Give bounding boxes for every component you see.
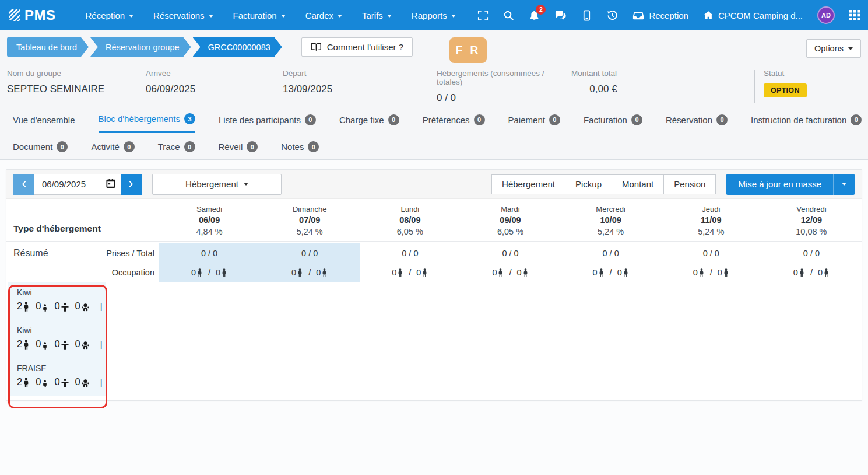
prises-cell: 0 / 0 bbox=[561, 243, 661, 263]
view-pension-button[interactable]: Pension bbox=[663, 174, 716, 194]
tab-count-badge: 0 bbox=[716, 114, 728, 125]
view-montant-button[interactable]: Montant bbox=[612, 174, 664, 194]
day-header: Samedi06/094,84 % bbox=[159, 205, 259, 241]
day-header: Lundi08/096,05 % bbox=[360, 205, 460, 241]
child-icon bbox=[41, 378, 48, 387]
status-badge: OPTION bbox=[764, 83, 807, 97]
options-button[interactable]: Options bbox=[806, 39, 861, 58]
person-icon bbox=[698, 268, 705, 277]
tab-bloc-dhebergements[interactable]: Bloc d'hébergements3 bbox=[99, 113, 195, 133]
accommodation-type-kiwi[interactable]: Kiwi 2 0 0 0 | bbox=[8, 282, 106, 320]
view-pickup-button[interactable]: Pickup bbox=[565, 174, 612, 194]
property-selector[interactable]: CPCOM Camping d... bbox=[703, 11, 803, 20]
messages-icon[interactable] bbox=[554, 10, 567, 21]
date-navigator bbox=[13, 174, 142, 195]
user-avatar[interactable]: AD bbox=[817, 6, 835, 24]
view-hebergement-button[interactable]: Hébergement bbox=[491, 174, 565, 194]
occupation-cell: 0/0 bbox=[460, 263, 560, 282]
apps-grid-icon[interactable] bbox=[849, 10, 860, 20]
tab-count-badge: 3 bbox=[184, 113, 195, 124]
tab-activite[interactable]: Activité0 bbox=[91, 141, 134, 159]
how-to-use-button[interactable]: Comment l'utiliser ? bbox=[301, 37, 413, 57]
tab-reveil[interactable]: Réveil0 bbox=[219, 141, 258, 159]
tab-count-badge: 0 bbox=[474, 114, 485, 125]
toddler-icon bbox=[61, 302, 69, 312]
toddler-icon bbox=[61, 378, 69, 387]
adult-icon bbox=[23, 340, 30, 350]
home-icon bbox=[703, 11, 714, 20]
calendar-icon[interactable] bbox=[106, 179, 116, 188]
tab-document[interactable]: Document0 bbox=[13, 141, 68, 159]
tab-preferences[interactable]: Préférences0 bbox=[423, 113, 485, 133]
menu-cardex[interactable]: Cardex bbox=[305, 11, 342, 20]
fullscreen-icon[interactable] bbox=[477, 10, 489, 21]
page-header: Tableau de bord Réservation groupe GRCC0… bbox=[0, 30, 868, 160]
separator: | bbox=[100, 339, 103, 349]
person-icon bbox=[723, 268, 729, 277]
accommodation-type-fraise[interactable]: FRAISE 2 0 0 0 | bbox=[8, 358, 106, 396]
notifications-bell-icon[interactable]: 2 bbox=[529, 10, 540, 21]
menu-facturation[interactable]: Facturation bbox=[233, 11, 286, 20]
child-icon bbox=[41, 340, 48, 350]
station-selector[interactable]: Reception bbox=[632, 11, 688, 20]
occupation-cell: 0/0 bbox=[360, 263, 460, 282]
menu-rapports[interactable]: Rapports bbox=[412, 11, 456, 20]
top-navbar: PMS Réception Réservations Facturation C… bbox=[0, 0, 868, 30]
baby-icon bbox=[81, 303, 90, 312]
arrival-value: 06/09/2025 bbox=[146, 83, 283, 95]
language-flag-badge[interactable]: F R bbox=[449, 37, 487, 63]
chevron-down-icon bbox=[842, 183, 846, 186]
tab-instruction-de-facturation[interactable]: Instruction de facturation0 bbox=[751, 113, 862, 133]
next-date-button[interactable] bbox=[121, 174, 142, 195]
tab-trace[interactable]: Trace0 bbox=[158, 141, 195, 159]
table-row: Kiwi 2 0 0 0 | bbox=[6, 320, 862, 358]
menu-reservations[interactable]: Réservations bbox=[153, 11, 213, 20]
adult-icon bbox=[23, 378, 30, 387]
bulk-update-dropdown-toggle[interactable] bbox=[833, 174, 855, 195]
tab-reservation[interactable]: Réservation0 bbox=[666, 113, 728, 133]
search-icon[interactable] bbox=[503, 10, 514, 21]
group-info-row: Nom du groupe SEPTEO SEMINAIRE Arrivée 0… bbox=[7, 69, 861, 104]
menu-reception[interactable]: Réception bbox=[86, 11, 134, 20]
tab-charge-fixe[interactable]: Charge fixe0 bbox=[339, 113, 399, 133]
tab-count-badge: 0 bbox=[305, 114, 316, 125]
chevron-down-icon bbox=[209, 15, 213, 18]
breadcrumb-dashboard[interactable]: Tableau de bord bbox=[7, 37, 89, 57]
chevron-down-icon bbox=[848, 47, 853, 50]
toddler-icon bbox=[61, 340, 69, 350]
mobile-icon[interactable] bbox=[581, 10, 592, 21]
tab-liste-des-participants[interactable]: Liste des participants0 bbox=[219, 113, 316, 133]
day-header: Mercredi10/095,24 % bbox=[561, 205, 661, 241]
breadcrumb-group-reservation[interactable]: Réservation groupe bbox=[90, 37, 191, 57]
accommodation-type-kiwi[interactable]: Kiwi 2 0 0 0 | bbox=[8, 320, 106, 358]
departure-value: 13/09/2025 bbox=[283, 83, 431, 95]
prises-cell: 0 / 0 bbox=[761, 243, 862, 263]
tab-count-badge: 0 bbox=[388, 114, 399, 125]
tab-count-badge: 0 bbox=[57, 141, 68, 152]
chevron-down-icon bbox=[129, 15, 133, 18]
breadcrumb: Tableau de bord Réservation groupe GRCC0… bbox=[7, 37, 284, 57]
hebergement-filter-dropdown[interactable]: Hébergement bbox=[152, 174, 282, 195]
group-name-value: SEPTEO SEMINAIRE bbox=[7, 83, 146, 95]
book-icon bbox=[311, 43, 322, 51]
child-icon bbox=[41, 302, 48, 312]
person-icon bbox=[799, 268, 805, 277]
chevron-down-icon bbox=[387, 15, 392, 18]
tab-count-badge: 0 bbox=[247, 141, 258, 152]
menu-tarifs[interactable]: Tarifs bbox=[362, 11, 392, 20]
tab-facturation[interactable]: Facturation0 bbox=[584, 113, 642, 133]
day-header: Mardi09/096,05 % bbox=[460, 205, 560, 241]
prises-cell: 0 / 0 bbox=[360, 243, 460, 263]
previous-date-button[interactable] bbox=[13, 174, 34, 195]
tab-paiement[interactable]: Paiement0 bbox=[508, 113, 560, 133]
person-icon bbox=[623, 268, 629, 277]
prises-cell: 0 / 0 bbox=[259, 243, 360, 263]
day-header: Vendredi12/0910,08 % bbox=[761, 205, 862, 241]
occupation-cell: 0/0 bbox=[661, 263, 761, 282]
history-icon[interactable] bbox=[607, 10, 618, 21]
tab-notes[interactable]: Notes0 bbox=[281, 141, 319, 159]
bulk-update-split-button[interactable]: Mise à jour en masse bbox=[726, 174, 855, 195]
app-logo[interactable]: PMS bbox=[8, 7, 56, 23]
tab-vue-densemble[interactable]: Vue d'ensemble bbox=[13, 113, 75, 133]
chevron-down-icon bbox=[244, 183, 248, 186]
